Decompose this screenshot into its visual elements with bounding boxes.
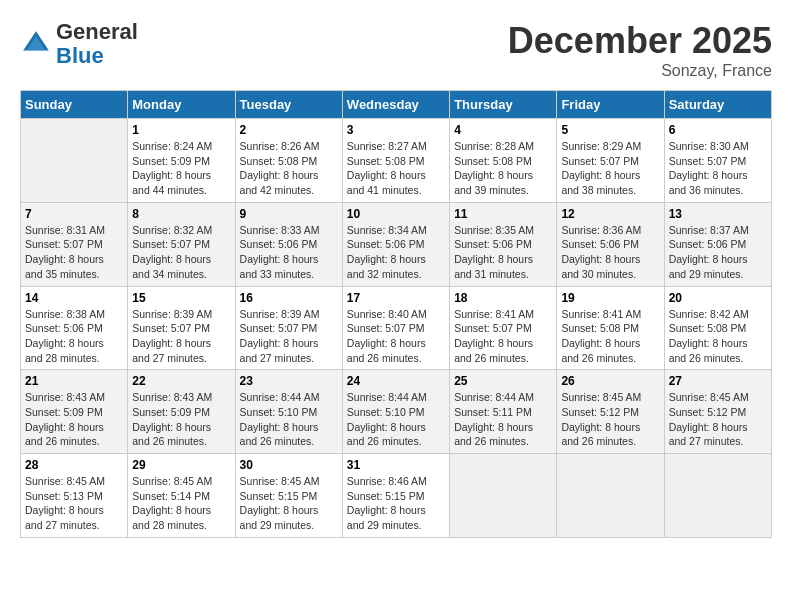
day-info: Sunrise: 8:45 AMSunset: 5:13 PMDaylight:…: [25, 474, 123, 533]
calendar-cell: 6 Sunrise: 8:30 AMSunset: 5:07 PMDayligh…: [664, 119, 771, 203]
calendar-cell: 18 Sunrise: 8:41 AMSunset: 5:07 PMDaylig…: [450, 286, 557, 370]
day-number: 15: [132, 291, 230, 305]
day-number: 4: [454, 123, 552, 137]
calendar-cell: 9 Sunrise: 8:33 AMSunset: 5:06 PMDayligh…: [235, 202, 342, 286]
calendar-cell: [450, 454, 557, 538]
day-number: 11: [454, 207, 552, 221]
day-info: Sunrise: 8:45 AMSunset: 5:12 PMDaylight:…: [669, 390, 767, 449]
column-header-wednesday: Wednesday: [342, 91, 449, 119]
calendar-cell: 27 Sunrise: 8:45 AMSunset: 5:12 PMDaylig…: [664, 370, 771, 454]
calendar-cell: 30 Sunrise: 8:45 AMSunset: 5:15 PMDaylig…: [235, 454, 342, 538]
calendar-cell: 16 Sunrise: 8:39 AMSunset: 5:07 PMDaylig…: [235, 286, 342, 370]
calendar-cell: 2 Sunrise: 8:26 AMSunset: 5:08 PMDayligh…: [235, 119, 342, 203]
calendar-body: 1 Sunrise: 8:24 AMSunset: 5:09 PMDayligh…: [21, 119, 772, 538]
logo-icon: [20, 28, 52, 60]
day-number: 31: [347, 458, 445, 472]
calendar-cell: 8 Sunrise: 8:32 AMSunset: 5:07 PMDayligh…: [128, 202, 235, 286]
week-row-1: 1 Sunrise: 8:24 AMSunset: 5:09 PMDayligh…: [21, 119, 772, 203]
calendar-table: SundayMondayTuesdayWednesdayThursdayFrid…: [20, 90, 772, 538]
calendar-cell: 25 Sunrise: 8:44 AMSunset: 5:11 PMDaylig…: [450, 370, 557, 454]
location: Sonzay, France: [508, 62, 772, 80]
calendar-cell: 12 Sunrise: 8:36 AMSunset: 5:06 PMDaylig…: [557, 202, 664, 286]
calendar-cell: 4 Sunrise: 8:28 AMSunset: 5:08 PMDayligh…: [450, 119, 557, 203]
day-number: 12: [561, 207, 659, 221]
column-header-saturday: Saturday: [664, 91, 771, 119]
day-info: Sunrise: 8:40 AMSunset: 5:07 PMDaylight:…: [347, 307, 445, 366]
day-number: 10: [347, 207, 445, 221]
day-info: Sunrise: 8:34 AMSunset: 5:06 PMDaylight:…: [347, 223, 445, 282]
day-number: 16: [240, 291, 338, 305]
day-info: Sunrise: 8:43 AMSunset: 5:09 PMDaylight:…: [132, 390, 230, 449]
day-number: 29: [132, 458, 230, 472]
day-number: 28: [25, 458, 123, 472]
column-header-thursday: Thursday: [450, 91, 557, 119]
logo: General Blue: [20, 20, 138, 68]
logo-general-text: General: [56, 19, 138, 44]
day-number: 20: [669, 291, 767, 305]
day-info: Sunrise: 8:33 AMSunset: 5:06 PMDaylight:…: [240, 223, 338, 282]
day-info: Sunrise: 8:45 AMSunset: 5:12 PMDaylight:…: [561, 390, 659, 449]
column-headers-row: SundayMondayTuesdayWednesdayThursdayFrid…: [21, 91, 772, 119]
logo-blue-text: Blue: [56, 43, 104, 68]
day-number: 8: [132, 207, 230, 221]
day-info: Sunrise: 8:24 AMSunset: 5:09 PMDaylight:…: [132, 139, 230, 198]
day-info: Sunrise: 8:27 AMSunset: 5:08 PMDaylight:…: [347, 139, 445, 198]
calendar-cell: 20 Sunrise: 8:42 AMSunset: 5:08 PMDaylig…: [664, 286, 771, 370]
calendar-cell: 26 Sunrise: 8:45 AMSunset: 5:12 PMDaylig…: [557, 370, 664, 454]
day-number: 2: [240, 123, 338, 137]
day-number: 3: [347, 123, 445, 137]
day-number: 5: [561, 123, 659, 137]
calendar-cell: 21 Sunrise: 8:43 AMSunset: 5:09 PMDaylig…: [21, 370, 128, 454]
day-number: 7: [25, 207, 123, 221]
calendar-cell: 13 Sunrise: 8:37 AMSunset: 5:06 PMDaylig…: [664, 202, 771, 286]
day-info: Sunrise: 8:41 AMSunset: 5:07 PMDaylight:…: [454, 307, 552, 366]
calendar-cell: 11 Sunrise: 8:35 AMSunset: 5:06 PMDaylig…: [450, 202, 557, 286]
day-number: 19: [561, 291, 659, 305]
column-header-monday: Monday: [128, 91, 235, 119]
day-info: Sunrise: 8:36 AMSunset: 5:06 PMDaylight:…: [561, 223, 659, 282]
column-header-friday: Friday: [557, 91, 664, 119]
day-number: 30: [240, 458, 338, 472]
calendar-cell: 23 Sunrise: 8:44 AMSunset: 5:10 PMDaylig…: [235, 370, 342, 454]
calendar-cell: 3 Sunrise: 8:27 AMSunset: 5:08 PMDayligh…: [342, 119, 449, 203]
day-number: 14: [25, 291, 123, 305]
calendar-cell: 24 Sunrise: 8:44 AMSunset: 5:10 PMDaylig…: [342, 370, 449, 454]
day-info: Sunrise: 8:41 AMSunset: 5:08 PMDaylight:…: [561, 307, 659, 366]
calendar-cell: 17 Sunrise: 8:40 AMSunset: 5:07 PMDaylig…: [342, 286, 449, 370]
calendar-cell: 22 Sunrise: 8:43 AMSunset: 5:09 PMDaylig…: [128, 370, 235, 454]
week-row-3: 14 Sunrise: 8:38 AMSunset: 5:06 PMDaylig…: [21, 286, 772, 370]
calendar-cell: 19 Sunrise: 8:41 AMSunset: 5:08 PMDaylig…: [557, 286, 664, 370]
day-number: 27: [669, 374, 767, 388]
calendar-cell: 29 Sunrise: 8:45 AMSunset: 5:14 PMDaylig…: [128, 454, 235, 538]
day-info: Sunrise: 8:37 AMSunset: 5:06 PMDaylight:…: [669, 223, 767, 282]
day-number: 25: [454, 374, 552, 388]
calendar-cell: 5 Sunrise: 8:29 AMSunset: 5:07 PMDayligh…: [557, 119, 664, 203]
week-row-4: 21 Sunrise: 8:43 AMSunset: 5:09 PMDaylig…: [21, 370, 772, 454]
day-number: 1: [132, 123, 230, 137]
week-row-5: 28 Sunrise: 8:45 AMSunset: 5:13 PMDaylig…: [21, 454, 772, 538]
day-number: 24: [347, 374, 445, 388]
calendar-cell: [557, 454, 664, 538]
calendar-cell: [664, 454, 771, 538]
column-header-tuesday: Tuesday: [235, 91, 342, 119]
day-info: Sunrise: 8:35 AMSunset: 5:06 PMDaylight:…: [454, 223, 552, 282]
day-info: Sunrise: 8:30 AMSunset: 5:07 PMDaylight:…: [669, 139, 767, 198]
calendar-cell: 14 Sunrise: 8:38 AMSunset: 5:06 PMDaylig…: [21, 286, 128, 370]
day-info: Sunrise: 8:44 AMSunset: 5:10 PMDaylight:…: [347, 390, 445, 449]
day-number: 17: [347, 291, 445, 305]
day-info: Sunrise: 8:28 AMSunset: 5:08 PMDaylight:…: [454, 139, 552, 198]
day-number: 26: [561, 374, 659, 388]
day-info: Sunrise: 8:38 AMSunset: 5:06 PMDaylight:…: [25, 307, 123, 366]
calendar-cell: 31 Sunrise: 8:46 AMSunset: 5:15 PMDaylig…: [342, 454, 449, 538]
day-number: 21: [25, 374, 123, 388]
day-info: Sunrise: 8:42 AMSunset: 5:08 PMDaylight:…: [669, 307, 767, 366]
day-number: 23: [240, 374, 338, 388]
day-info: Sunrise: 8:32 AMSunset: 5:07 PMDaylight:…: [132, 223, 230, 282]
month-title: December 2025: [508, 20, 772, 62]
title-block: December 2025 Sonzay, France: [508, 20, 772, 80]
day-info: Sunrise: 8:44 AMSunset: 5:10 PMDaylight:…: [240, 390, 338, 449]
day-info: Sunrise: 8:44 AMSunset: 5:11 PMDaylight:…: [454, 390, 552, 449]
week-row-2: 7 Sunrise: 8:31 AMSunset: 5:07 PMDayligh…: [21, 202, 772, 286]
day-info: Sunrise: 8:45 AMSunset: 5:15 PMDaylight:…: [240, 474, 338, 533]
day-info: Sunrise: 8:45 AMSunset: 5:14 PMDaylight:…: [132, 474, 230, 533]
